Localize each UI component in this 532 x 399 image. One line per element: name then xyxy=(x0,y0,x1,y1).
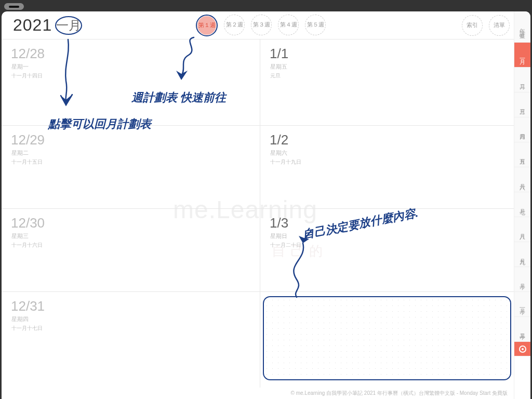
annual-plan-tab[interactable]: 年計畫 xyxy=(514,11,530,43)
arrow-3 xyxy=(282,228,324,311)
record-icon[interactable] xyxy=(514,342,530,356)
svg-marker-2 xyxy=(299,236,309,243)
month-tab-10[interactable]: 十月 xyxy=(514,267,530,292)
week-grid: me.Learning 自己的 12/28 星期一 十一月十四日 12/29 星… xyxy=(2,39,514,388)
month-tab-5[interactable]: 五月 xyxy=(514,142,530,167)
lunar-label: 十一月十七日 xyxy=(2,323,260,332)
day-cell-1231[interactable]: 12/31 星期四 十一月十七日 xyxy=(2,292,260,383)
month-sidebar: 年計畫 一月 二月 三月 四月 五月 六月 七月 八月 九月 十月 十一月 十二… xyxy=(514,11,530,399)
lunar-label: 元旦 xyxy=(260,71,514,79)
day-cell-1230[interactable]: 12/30 星期三 十一月十六日 xyxy=(2,209,260,292)
day-cell-0101[interactable]: 1/1 星期五 元旦 xyxy=(260,39,514,126)
date-label: 12/28 xyxy=(2,39,260,62)
month-tab-2[interactable]: 二月 xyxy=(514,68,530,92)
footer-copyright: © me.Learning 自我學習小筆記 2021 年行事曆（橫式）台灣繁體中… xyxy=(291,390,508,397)
week-tab-5[interactable]: 第５週 xyxy=(305,15,326,35)
list-button[interactable]: 清單 xyxy=(489,15,510,36)
month-tab-4[interactable]: 四月 xyxy=(514,117,530,142)
weekday-label: 星期二 xyxy=(2,148,260,157)
week-tabs: 第１週 第２週 第３週 第４週 第５週 xyxy=(196,15,326,36)
annotation-month-link: 點擊可以回月計劃表 xyxy=(48,116,151,132)
month-tab-11[interactable]: 十一月 xyxy=(514,292,530,317)
weekday-label: 星期四 xyxy=(2,314,260,323)
day-cell-0102[interactable]: 1/2 星期六 十一月十九日 xyxy=(260,126,514,209)
annotation-week-nav: 週計劃表 快速前往 xyxy=(131,90,226,105)
arrow-2 xyxy=(173,28,204,90)
date-label: 12/31 xyxy=(2,292,260,314)
day-cell-1228[interactable]: 12/28 星期一 十一月十四日 xyxy=(2,39,260,126)
month-tab-1[interactable]: 一月 xyxy=(514,43,530,68)
week-tab-4[interactable]: 第４週 xyxy=(278,15,299,35)
weekday-label: 星期五 xyxy=(260,62,514,71)
index-button[interactable]: 索引 xyxy=(462,15,483,36)
lunar-label: 十一月十五日 xyxy=(2,157,260,166)
year-label: 2021 xyxy=(13,16,52,35)
day-cell-1229[interactable]: 12/29 星期二 十一月十五日 xyxy=(2,126,260,209)
week-tab-3[interactable]: 第３週 xyxy=(251,15,272,35)
lunar-label: 十一月十九日 xyxy=(260,157,514,166)
month-tab-3[interactable]: 三月 xyxy=(514,92,530,117)
month-tab-9[interactable]: 九月 xyxy=(514,242,530,267)
svg-marker-1 xyxy=(176,71,188,80)
header: 2021 一月 第１週 第２週 第３週 第４週 第５週 索引 清單 xyxy=(2,11,530,39)
weekday-label: 星期一 xyxy=(2,62,260,71)
weekday-label: 星期六 xyxy=(260,148,514,157)
week-tab-2[interactable]: 第２週 xyxy=(224,15,245,35)
date-label: 1/2 xyxy=(260,126,514,148)
month-tab-12[interactable]: 十二月 xyxy=(514,317,530,342)
header-right: 索引 清單 xyxy=(462,15,510,36)
date-label: 1/1 xyxy=(260,39,514,62)
weekday-label: 星期三 xyxy=(2,231,260,240)
month-tab-8[interactable]: 八月 xyxy=(514,217,530,242)
tablet-handle xyxy=(4,3,24,10)
month-tab-6[interactable]: 六月 xyxy=(514,167,530,192)
date-label: 12/30 xyxy=(2,209,260,231)
lunar-label: 十一月十六日 xyxy=(2,240,260,249)
lunar-label: 十一月十四日 xyxy=(2,71,260,79)
month-tab-7[interactable]: 七月 xyxy=(514,192,530,217)
planner-page: 2021 一月 第１週 第２週 第３週 第４週 第５週 索引 清單 年計畫 xyxy=(2,11,530,399)
arrow-1 xyxy=(59,29,79,117)
